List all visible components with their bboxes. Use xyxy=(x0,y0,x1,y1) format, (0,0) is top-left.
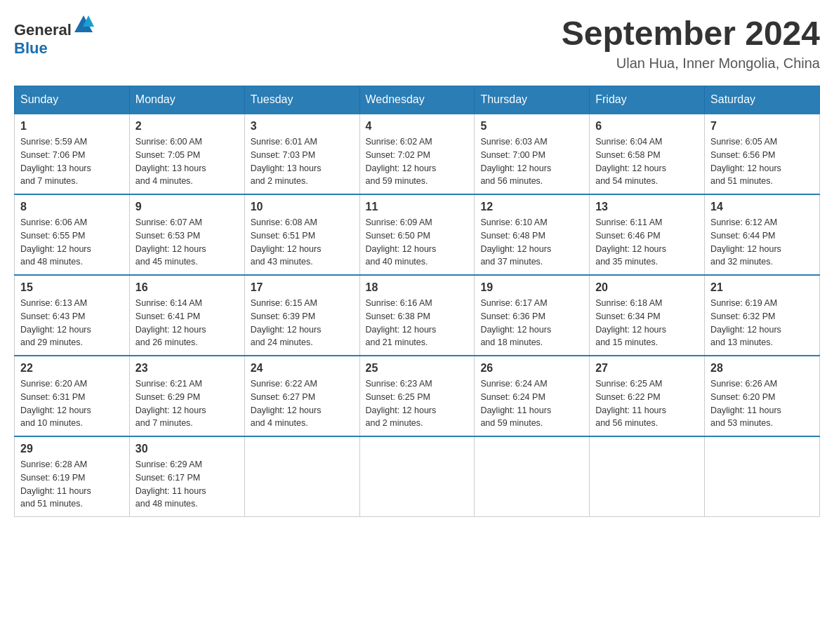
calendar-day-cell: 25Sunrise: 6:23 AMSunset: 6:25 PMDayligh… xyxy=(359,356,475,436)
day-info: Sunrise: 6:14 AMSunset: 6:41 PMDaylight:… xyxy=(135,297,239,349)
calendar-day-cell: 2Sunrise: 6:00 AMSunset: 7:05 PMDaylight… xyxy=(129,114,244,194)
day-number: 7 xyxy=(710,120,814,133)
calendar-day-cell: 20Sunrise: 6:18 AMSunset: 6:34 PMDayligh… xyxy=(590,275,705,356)
calendar-day-cell: 23Sunrise: 6:21 AMSunset: 6:29 PMDayligh… xyxy=(129,356,244,436)
day-number: 13 xyxy=(595,201,699,213)
calendar-day-cell xyxy=(244,436,359,517)
calendar-day-cell: 15Sunrise: 6:13 AMSunset: 6:43 PMDayligh… xyxy=(15,275,130,356)
day-number: 2 xyxy=(135,120,239,133)
weekday-header-wednesday: Wednesday xyxy=(359,86,475,114)
calendar-day-cell: 29Sunrise: 6:28 AMSunset: 6:19 PMDayligh… xyxy=(15,436,130,517)
day-number: 28 xyxy=(710,362,814,375)
day-number: 24 xyxy=(251,362,354,375)
day-info: Sunrise: 6:03 AMSunset: 7:00 PMDaylight:… xyxy=(480,135,583,188)
weekday-header-thursday: Thursday xyxy=(475,86,590,114)
calendar-day-cell: 10Sunrise: 6:08 AMSunset: 6:51 PMDayligh… xyxy=(244,194,359,275)
weekday-header-saturday: Saturday xyxy=(705,86,820,114)
calendar-day-cell xyxy=(475,436,590,517)
calendar-day-cell: 17Sunrise: 6:15 AMSunset: 6:39 PMDayligh… xyxy=(244,275,359,356)
day-number: 3 xyxy=(251,120,354,133)
day-number: 26 xyxy=(480,362,583,375)
day-info: Sunrise: 6:23 AMSunset: 6:25 PMDaylight:… xyxy=(366,377,469,430)
calendar-week-row: 22Sunrise: 6:20 AMSunset: 6:31 PMDayligh… xyxy=(15,356,820,436)
calendar-day-cell: 12Sunrise: 6:10 AMSunset: 6:48 PMDayligh… xyxy=(475,194,590,275)
day-number: 18 xyxy=(366,281,469,294)
calendar-week-row: 15Sunrise: 6:13 AMSunset: 6:43 PMDayligh… xyxy=(15,275,820,356)
day-number: 1 xyxy=(20,120,124,133)
logo-icon xyxy=(73,14,94,35)
calendar-day-cell: 19Sunrise: 6:17 AMSunset: 6:36 PMDayligh… xyxy=(475,275,590,356)
day-number: 14 xyxy=(710,201,814,213)
day-info: Sunrise: 6:04 AMSunset: 6:58 PMDaylight:… xyxy=(595,135,699,188)
day-info: Sunrise: 6:15 AMSunset: 6:39 PMDaylight:… xyxy=(251,297,354,349)
calendar-day-cell: 30Sunrise: 6:29 AMSunset: 6:17 PMDayligh… xyxy=(129,436,244,517)
day-info: Sunrise: 6:16 AMSunset: 6:38 PMDaylight:… xyxy=(366,297,469,349)
day-info: Sunrise: 6:11 AMSunset: 6:46 PMDaylight:… xyxy=(595,216,699,269)
day-number: 4 xyxy=(366,120,469,133)
day-number: 20 xyxy=(595,281,699,294)
day-info: Sunrise: 6:25 AMSunset: 6:22 PMDaylight:… xyxy=(595,377,699,430)
weekday-header-tuesday: Tuesday xyxy=(244,86,359,114)
calendar-week-row: 29Sunrise: 6:28 AMSunset: 6:19 PMDayligh… xyxy=(15,436,820,517)
calendar-day-cell: 26Sunrise: 6:24 AMSunset: 6:24 PMDayligh… xyxy=(475,356,590,436)
calendar-day-cell: 18Sunrise: 6:16 AMSunset: 6:38 PMDayligh… xyxy=(359,275,475,356)
day-number: 21 xyxy=(710,281,814,294)
day-info: Sunrise: 6:01 AMSunset: 7:03 PMDaylight:… xyxy=(251,135,354,188)
day-info: Sunrise: 6:17 AMSunset: 6:36 PMDaylight:… xyxy=(480,297,583,349)
day-info: Sunrise: 6:12 AMSunset: 6:44 PMDaylight:… xyxy=(710,216,814,269)
weekday-header-sunday: Sunday xyxy=(15,86,130,114)
calendar-header: SundayMondayTuesdayWednesdayThursdayFrid… xyxy=(15,86,820,114)
day-info: Sunrise: 6:00 AMSunset: 7:05 PMDaylight:… xyxy=(135,135,239,188)
calendar-day-cell: 22Sunrise: 6:20 AMSunset: 6:31 PMDayligh… xyxy=(15,356,130,436)
day-number: 19 xyxy=(480,281,583,294)
calendar-day-cell: 1Sunrise: 5:59 AMSunset: 7:06 PMDaylight… xyxy=(15,114,130,194)
calendar-day-cell: 6Sunrise: 6:04 AMSunset: 6:58 PMDaylight… xyxy=(590,114,705,194)
day-number: 22 xyxy=(20,362,124,375)
calendar-day-cell: 7Sunrise: 6:05 AMSunset: 6:56 PMDaylight… xyxy=(705,114,820,194)
calendar-day-cell: 9Sunrise: 6:07 AMSunset: 6:53 PMDaylight… xyxy=(129,194,244,275)
day-number: 11 xyxy=(366,201,469,213)
day-info: Sunrise: 6:19 AMSunset: 6:32 PMDaylight:… xyxy=(710,297,814,349)
day-info: Sunrise: 6:21 AMSunset: 6:29 PMDaylight:… xyxy=(135,377,239,430)
page-header: General Blue September 2024 Ulan Hua, In… xyxy=(14,14,820,72)
day-number: 27 xyxy=(595,362,699,375)
title-area: September 2024 Ulan Hua, Inner Mongolia,… xyxy=(562,14,820,72)
calendar-day-cell: 14Sunrise: 6:12 AMSunset: 6:44 PMDayligh… xyxy=(705,194,820,275)
day-info: Sunrise: 6:26 AMSunset: 6:20 PMDaylight:… xyxy=(710,377,814,430)
day-number: 23 xyxy=(135,362,239,375)
day-info: Sunrise: 6:02 AMSunset: 7:02 PMDaylight:… xyxy=(366,135,469,188)
day-number: 12 xyxy=(480,201,583,213)
day-number: 17 xyxy=(251,281,354,294)
calendar-day-cell xyxy=(705,436,820,517)
day-info: Sunrise: 6:06 AMSunset: 6:55 PMDaylight:… xyxy=(20,216,124,269)
calendar-day-cell: 3Sunrise: 6:01 AMSunset: 7:03 PMDaylight… xyxy=(244,114,359,194)
day-info: Sunrise: 6:28 AMSunset: 6:19 PMDaylight:… xyxy=(20,458,124,511)
calendar-table: SundayMondayTuesdayWednesdayThursdayFrid… xyxy=(14,86,820,517)
day-info: Sunrise: 5:59 AMSunset: 7:06 PMDaylight:… xyxy=(20,135,124,188)
day-info: Sunrise: 6:20 AMSunset: 6:31 PMDaylight:… xyxy=(20,377,124,430)
calendar-week-row: 8Sunrise: 6:06 AMSunset: 6:55 PMDaylight… xyxy=(15,194,820,275)
calendar-day-cell: 8Sunrise: 6:06 AMSunset: 6:55 PMDaylight… xyxy=(15,194,130,275)
day-number: 10 xyxy=(251,201,354,213)
day-info: Sunrise: 6:24 AMSunset: 6:24 PMDaylight:… xyxy=(480,377,583,430)
logo-general-text: General xyxy=(14,21,72,39)
calendar-day-cell: 5Sunrise: 6:03 AMSunset: 7:00 PMDaylight… xyxy=(475,114,590,194)
day-info: Sunrise: 6:22 AMSunset: 6:27 PMDaylight:… xyxy=(251,377,354,430)
day-info: Sunrise: 6:18 AMSunset: 6:34 PMDaylight:… xyxy=(595,297,699,349)
calendar-day-cell xyxy=(590,436,705,517)
day-number: 29 xyxy=(20,443,124,455)
logo-blue-text: Blue xyxy=(14,39,48,57)
weekday-header-friday: Friday xyxy=(590,86,705,114)
calendar-body: 1Sunrise: 5:59 AMSunset: 7:06 PMDaylight… xyxy=(15,114,820,517)
day-info: Sunrise: 6:07 AMSunset: 6:53 PMDaylight:… xyxy=(135,216,239,269)
day-info: Sunrise: 6:05 AMSunset: 6:56 PMDaylight:… xyxy=(710,135,814,188)
calendar-day-cell: 16Sunrise: 6:14 AMSunset: 6:41 PMDayligh… xyxy=(129,275,244,356)
day-number: 30 xyxy=(135,443,239,455)
day-info: Sunrise: 6:08 AMSunset: 6:51 PMDaylight:… xyxy=(251,216,354,269)
day-number: 15 xyxy=(20,281,124,294)
location-subtitle: Ulan Hua, Inner Mongolia, China xyxy=(562,55,820,72)
calendar-day-cell: 13Sunrise: 6:11 AMSunset: 6:46 PMDayligh… xyxy=(590,194,705,275)
calendar-day-cell: 28Sunrise: 6:26 AMSunset: 6:20 PMDayligh… xyxy=(705,356,820,436)
logo: General Blue xyxy=(14,14,94,58)
calendar-day-cell: 27Sunrise: 6:25 AMSunset: 6:22 PMDayligh… xyxy=(590,356,705,436)
